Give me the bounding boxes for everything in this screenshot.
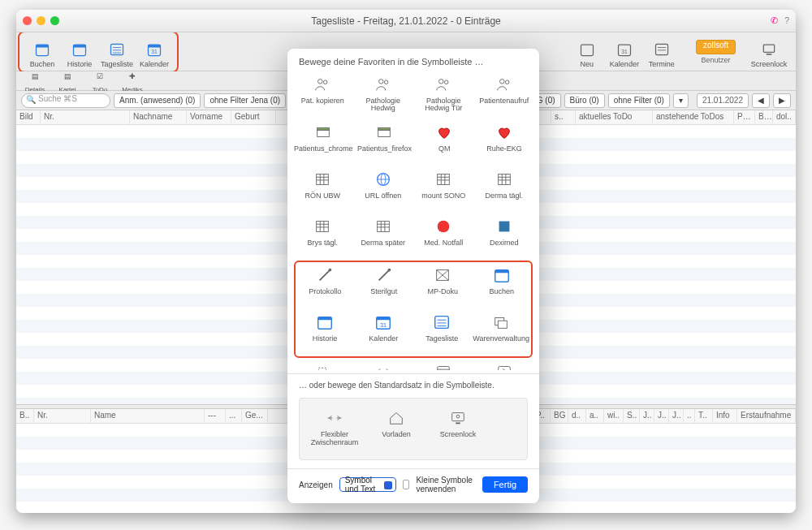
kartei-button[interactable]: ▤Kartei	[54, 69, 81, 93]
stack-icon	[490, 312, 512, 332]
palette-item-protokollo[interactable]: Protokollo	[296, 262, 355, 309]
heart-icon	[434, 123, 455, 142]
palette-item-kartei[interactable]: Kartei	[413, 358, 474, 370]
next-icon	[494, 361, 515, 370]
col-bild[interactable]: Bild	[16, 110, 41, 124]
palette-item-zwischenraum[interactable]: Zwischenraum	[292, 358, 353, 370]
calendar-icon	[33, 41, 51, 58]
svg-point-25	[499, 80, 504, 84]
palette-item-pat-kopieren[interactable]: Pat. kopieren	[292, 71, 353, 119]
minimize-window-button[interactable]	[37, 16, 45, 25]
calendar31-icon: 31	[145, 41, 163, 58]
palette-item-warenverwaltung[interactable]: Warenverwaltung	[471, 309, 531, 356]
default-item-screenlock[interactable]: Screenlock	[430, 405, 486, 453]
zoom-window-button[interactable]	[50, 16, 59, 25]
filter-button[interactable]: Büro (0)	[564, 93, 605, 108]
kalender2-button[interactable]: 31 Kalender	[607, 36, 642, 68]
date-field[interactable]: 21.01.2022	[697, 93, 749, 108]
palette-item-med-notfall[interactable]: Med. Notfall	[413, 213, 474, 261]
palette-item-derma-sp-ter[interactable]: Derma später	[353, 213, 414, 261]
palette-item-r-n-ubw[interactable]: RÖN UBW	[292, 166, 353, 213]
palette-item-sterilgut[interactable]: Sterilgut	[355, 262, 414, 309]
svg-rect-11	[581, 45, 593, 55]
mediks-button[interactable]: ✚Mediks	[119, 69, 146, 93]
help-icon[interactable]: ?	[784, 15, 789, 26]
col-bg[interactable]: BG	[755, 110, 773, 124]
heart-icon	[494, 123, 515, 142]
palette-item-ruhe-ekg[interactable]: Ruhe-EKG	[474, 119, 534, 166]
svg-point-62	[329, 269, 332, 272]
col-vorname[interactable]: Vorname	[187, 110, 231, 124]
palette-item-qm[interactable]: QM	[414, 119, 474, 166]
display-mode-select[interactable]: Symbol und Text	[339, 477, 397, 492]
small-icons-checkbox[interactable]	[403, 480, 409, 489]
svg-point-22	[384, 80, 388, 84]
default-item-flexibler-zwischenraum[interactable]: Flexibler Zwischenraum	[306, 405, 363, 453]
col-dol[interactable]: dol..	[773, 110, 796, 124]
col-s[interactable]: s..	[551, 110, 576, 124]
palette-item-mount-sono[interactable]: mount SONO	[413, 166, 474, 213]
neu-button[interactable]: Neu	[569, 36, 605, 68]
filter-button[interactable]: ohne Filter (0)	[608, 93, 670, 108]
tagesliste-button[interactable]: Tagesliste	[99, 36, 135, 68]
historie-button[interactable]: Historie	[62, 36, 97, 68]
prev-day-button[interactable]: ◀	[752, 93, 770, 108]
next-day-button[interactable]: ▶	[773, 93, 791, 108]
palette-item-patientus-chrome[interactable]: Patientus_chrome	[292, 119, 355, 166]
globe-icon	[313, 123, 334, 142]
col-geburt[interactable]: Geburt	[231, 110, 276, 124]
filter-button[interactable]: Anm. (anwesend) (0)	[114, 93, 201, 108]
palette-item-patientenaufruf[interactable]: Patientenaufruf	[474, 71, 535, 119]
window-controls	[23, 16, 59, 25]
buchen-button[interactable]: Buchen	[24, 36, 60, 68]
filter-button[interactable]: ohne Filter Jena (0)	[204, 93, 286, 108]
palette-item-brys-t-gl-[interactable]: Brys tägl.	[292, 213, 353, 261]
customize-toolbar-sheet: Bewege deine Favoriten in die Symbolleis…	[287, 49, 539, 503]
palette-item-pathologie-hedwig-t-r[interactable]: Pathologie Hedwig Tür	[413, 71, 474, 119]
filter-dropdown[interactable]: ▾	[673, 93, 689, 108]
svg-rect-114	[456, 423, 460, 424]
palette-item-deximed[interactable]: Deximed	[474, 213, 535, 261]
col-pr[interactable]: Pr...	[734, 110, 755, 124]
phone-icon[interactable]: ✆	[771, 15, 778, 26]
default-set-box[interactable]: Flexibler ZwischenraumVorladenScreenlock	[299, 398, 528, 460]
svg-point-21	[378, 80, 383, 84]
col-nr[interactable]: Nr.	[41, 110, 130, 124]
svg-rect-17	[763, 45, 774, 52]
todo-button[interactable]: ☑ToDo	[86, 69, 114, 93]
svg-rect-14	[655, 44, 667, 54]
palette-item-flexibler-zwischenraum[interactable]: Flexibler Zwischenraum	[353, 358, 414, 370]
grid-icon	[312, 170, 333, 189]
palette-item-derma-t-gl-[interactable]: Derma tägl.	[474, 166, 535, 213]
palette-item-buchen[interactable]: Buchen	[473, 262, 532, 309]
search-input[interactable]: Suche ⌘S	[21, 93, 110, 108]
sheet-std-label: … oder bewege den Standardsatz in die Sy…	[287, 374, 539, 393]
palette-item-historie[interactable]: Historie	[296, 309, 354, 356]
svg-point-26	[505, 80, 509, 84]
details-button[interactable]: ▤Details	[21, 69, 49, 93]
svg-rect-4	[111, 44, 123, 54]
palette-item-kalender[interactable]: 31Kalender	[354, 309, 412, 356]
palette-item-url-ffnen[interactable]: URL öffnen	[353, 166, 414, 213]
done-button[interactable]: Fertig	[482, 476, 528, 493]
svg-rect-18	[767, 54, 772, 55]
col-aktuelles-todo[interactable]: aktuelles ToDo	[576, 110, 653, 124]
palette-item-mp-doku[interactable]: MP-Doku	[413, 262, 473, 309]
calendar-icon	[71, 41, 89, 58]
default-item-vorladen[interactable]: Vorladen	[368, 405, 425, 453]
screenlock-button[interactable]: Screenlock	[747, 36, 791, 68]
termine-button[interactable]: Termine	[644, 36, 680, 68]
palette-item-pathologie-hedwig[interactable]: Pathologie Hedwig	[353, 71, 414, 119]
kalender-button[interactable]: 31 Kalender	[136, 36, 172, 68]
svg-point-24	[445, 80, 449, 84]
close-window-button[interactable]	[23, 16, 32, 25]
svg-line-63	[378, 269, 389, 280]
col-nachname[interactable]: Nachname	[130, 110, 187, 124]
window-title: Tagesliste - Freitag, 21.01.2022 - 0 Ein…	[23, 15, 789, 27]
palette-item-patientus-firefox[interactable]: Patientus_firefox	[355, 119, 415, 166]
palette-item-tagesliste[interactable]: Tagesliste	[412, 309, 471, 356]
globe-icon	[374, 123, 395, 142]
zollsoft-button[interactable]: zollsoft	[696, 40, 736, 54]
col-anstehende-todos[interactable]: anstehende ToDos	[653, 110, 734, 124]
palette-item-n-chstes[interactable]: nächstes	[474, 358, 535, 370]
